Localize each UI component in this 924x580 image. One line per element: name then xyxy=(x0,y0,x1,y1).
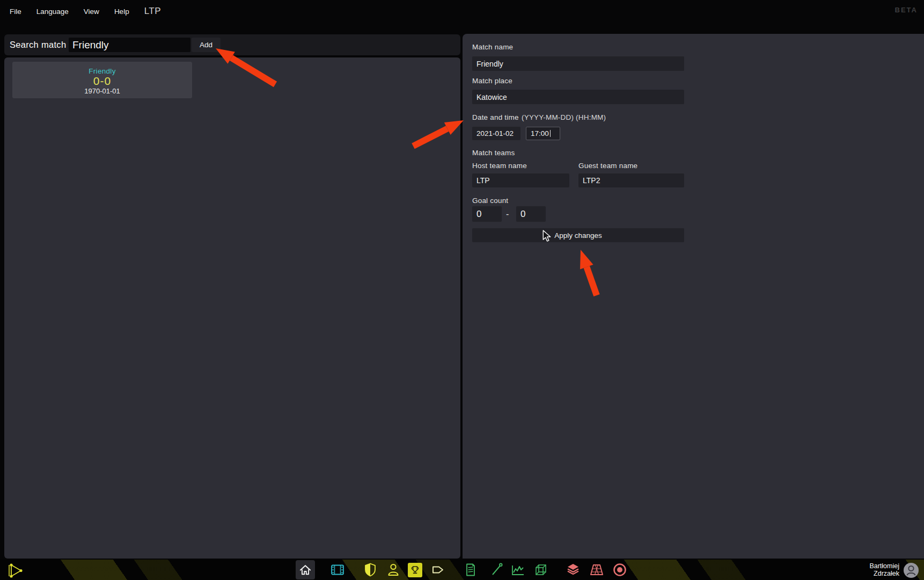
add-match-button[interactable]: Add xyxy=(192,38,221,52)
goal-separator: - xyxy=(506,209,509,219)
match-score-text: 0-0 xyxy=(12,75,192,87)
goal-count-label: Goal count xyxy=(472,197,508,205)
datetime-label: Date and time xyxy=(472,113,519,121)
match-teams-label: Match teams xyxy=(472,149,515,157)
match-name-text: Friendly xyxy=(12,67,192,75)
menu-language[interactable]: Language xyxy=(36,8,69,16)
datetime-format-hint: (YYYY-MM-DD) (HH:MM) xyxy=(522,113,606,121)
record-button[interactable] xyxy=(612,562,628,578)
match-name-label: Match name xyxy=(472,43,513,51)
goal-away-input[interactable]: 0 xyxy=(516,206,546,222)
trophy-button[interactable] xyxy=(408,563,422,577)
film-button[interactable] xyxy=(329,562,346,578)
match-list-panel: Friendly 0-0 1970-01-01 xyxy=(4,57,460,559)
match-place-label: Match place xyxy=(472,77,512,85)
match-list-item[interactable]: Friendly 0-0 1970-01-01 xyxy=(12,62,192,98)
search-input[interactable]: Friendly xyxy=(69,38,190,52)
chart-button[interactable] xyxy=(510,562,526,578)
player-button[interactable] xyxy=(385,562,401,578)
layers-button[interactable] xyxy=(565,562,581,578)
cube-button[interactable] xyxy=(533,562,549,578)
trophy-icon xyxy=(409,564,421,576)
menu-help[interactable]: Help xyxy=(114,8,129,16)
user-first-name: Bartłomiej xyxy=(869,562,899,570)
menu-view[interactable]: View xyxy=(84,8,99,16)
guest-team-label: Guest team name xyxy=(578,162,637,170)
bottom-toolbar xyxy=(0,560,924,580)
host-team-input[interactable]: LTP xyxy=(472,173,569,187)
guest-team-input[interactable]: LTP2 xyxy=(578,173,684,187)
time-value: 17:00 xyxy=(531,129,549,137)
text-caret xyxy=(550,130,551,137)
notes-button[interactable] xyxy=(463,562,479,578)
search-label: Search match xyxy=(10,34,66,55)
needle-button[interactable] xyxy=(489,562,505,578)
user-last-name: Zdrzałek xyxy=(869,570,899,577)
user-name: Bartłomiej Zdrzałek xyxy=(869,562,899,577)
match-place-input[interactable]: Katowice xyxy=(472,90,684,104)
search-bar: Search match Friendly Add xyxy=(4,34,460,55)
net-button[interactable] xyxy=(589,562,605,578)
host-team-label: Host team name xyxy=(472,162,527,170)
date-input[interactable]: 2021-01-02 xyxy=(472,127,520,140)
goal-home-input[interactable]: 0 xyxy=(472,206,502,222)
match-date-text: 1970-01-01 xyxy=(12,87,192,96)
home-button[interactable] xyxy=(296,560,315,579)
ltp-logo-icon xyxy=(6,561,25,579)
match-edit-panel: Match name Friendly Match place Katowice… xyxy=(463,34,924,559)
home-icon xyxy=(298,563,312,577)
pennant-button[interactable] xyxy=(430,562,446,578)
menu-ltp[interactable]: LTP xyxy=(144,6,161,17)
menu-bar: File Language View Help LTP xyxy=(0,0,924,23)
beta-badge: BETA xyxy=(895,6,918,14)
shield-button[interactable] xyxy=(362,562,378,578)
menu-file[interactable]: File xyxy=(10,8,21,16)
avatar-icon[interactable] xyxy=(903,562,919,578)
match-name-input[interactable]: Friendly xyxy=(472,56,684,71)
time-input[interactable]: 17:00 xyxy=(526,127,560,140)
apply-changes-button[interactable]: Apply changes xyxy=(472,228,684,242)
